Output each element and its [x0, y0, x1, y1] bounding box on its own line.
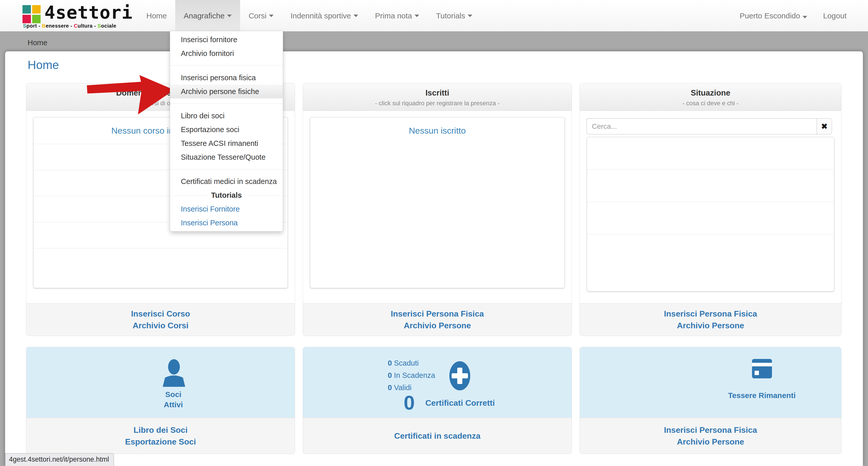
clear-search-button[interactable]: ✖	[817, 118, 832, 134]
menu-divider	[170, 65, 283, 66]
menu-item-tutorial-inserisci-fornitore[interactable]: Inserisci Fornitore	[170, 202, 283, 216]
tagline-c: C	[74, 23, 78, 29]
archivio-corsi-link[interactable]: Archivio Corsi	[132, 320, 188, 331]
inserisci-persona-fisica-link[interactable]: Inserisci Persona Fisica	[664, 424, 757, 436]
main-nav: Home Anagrafiche Corsi Indennità sportiv…	[138, 0, 481, 31]
esportazione-soci-link[interactable]: Esportazione Soci	[125, 436, 196, 447]
soci-label-line2: Attivi	[39, 400, 308, 410]
card-icon	[752, 359, 772, 378]
archivio-persone-link[interactable]: Archivio Persone	[677, 320, 744, 331]
panel-situazione-body: ✖	[580, 111, 841, 303]
breadcrumb-bar: Home	[0, 31, 868, 51]
archivio-persone-link[interactable]: Archivio Persone	[404, 320, 471, 331]
certificati-corretti-label: Certificati Corretti	[418, 398, 502, 408]
panel-situazione-heading: Situazione - cosa ci deve e chi -	[580, 83, 841, 111]
stat-in-scadenza-label: In Scadenza	[392, 371, 435, 379]
panel-tessere-footer: Inserisci Persona Fisica Archivio Person…	[580, 418, 841, 454]
nav-anagrafiche-label: Anagrafiche	[184, 11, 224, 20]
soci-attivi-label: Soci Attivi	[39, 390, 308, 410]
panel-iscritti-footer: Inserisci Persona Fisica Archivio Person…	[303, 303, 572, 336]
situazione-empty-row	[587, 202, 834, 235]
logo-squares-icon	[23, 5, 41, 24]
panel-certificati[interactable]: 0 Scaduti 0 In Scadenza 0 Validi 0 Certi…	[303, 347, 572, 454]
tessere-rimanenti-label: Tessere Rimanenti	[631, 391, 868, 400]
nav-item-prima-nota[interactable]: Prima nota	[367, 0, 428, 31]
panel-iscritti-body: Nessun iscritto	[303, 111, 572, 303]
situazione-empty-row	[587, 137, 834, 169]
search-input[interactable]	[587, 118, 817, 134]
panel-situazione-footer: Inserisci Persona Fisica Archivio Person…	[580, 303, 841, 336]
panel-tessere[interactable]: Tessere Rimanenti Inserisci Persona Fisi…	[580, 347, 841, 454]
certificati-in-scadenza-link[interactable]: Certificati in scadenza	[394, 430, 480, 442]
nav-item-tutorials[interactable]: Tutorials	[428, 0, 481, 31]
panel-soci-footer: Libro dei Soci Esportazione Soci	[26, 418, 295, 454]
top-navbar: 4settori Sport - Benessere - Cultura - S…	[0, 0, 868, 31]
status-url-tooltip: 4gest.4settori.net/it/persone.html	[5, 453, 114, 466]
chevron-down-icon	[414, 14, 419, 17]
panel-iscritti-heading: Iscritti - click sul riquadro per regist…	[303, 83, 572, 111]
iscritti-list-box[interactable]: Nessun iscritto	[310, 117, 565, 288]
nav-home-label: Home	[146, 11, 167, 20]
situazione-list-box[interactable]	[587, 137, 834, 291]
tagline-cultura: ultura -	[78, 23, 98, 29]
tagline-b: B	[42, 23, 46, 29]
menu-divider	[170, 169, 283, 169]
menu-item-esportazione-soci[interactable]: Esportazione soci	[170, 123, 283, 136]
tagline-s2: S	[98, 23, 101, 29]
tagline-benessere: enessere -	[46, 23, 74, 29]
plus-circle-icon	[449, 361, 470, 391]
panel-soci-attivi[interactable]: Soci Attivi Libro dei Soci Esportazione …	[26, 347, 295, 454]
panel-iscritti-title: Iscritti	[303, 88, 572, 98]
navbar-right: Puerto Escondido Logout	[740, 0, 846, 31]
menu-item-situazione-tessere-quote[interactable]: Situazione Tessere/Quote	[170, 150, 283, 164]
chevron-down-icon	[269, 14, 274, 17]
logo-square-green	[32, 15, 41, 23]
menu-item-archivio-persone-fisiche[interactable]: Archivio persone fisiche	[170, 85, 283, 98]
anagrafiche-dropdown-menu: Inserisci fornitore Archivio fornitori I…	[170, 31, 283, 231]
menu-item-tessere-acsi-rimanenti[interactable]: Tessere ACSI rimanenti	[170, 136, 283, 150]
stat-in-scadenza-value: 0	[388, 371, 392, 379]
nav-item-corsi[interactable]: Corsi	[240, 0, 282, 31]
nav-item-indennita-sportive[interactable]: Indennità sportive	[282, 0, 367, 31]
person-icon	[161, 359, 187, 387]
tagline-s: S	[23, 23, 27, 29]
nav-indennita-label: Indennità sportive	[290, 11, 351, 20]
menu-divider	[170, 103, 283, 104]
menu-item-archivio-fornitori[interactable]: Archivio fornitori	[170, 46, 283, 60]
stat-scaduti: 0 Scaduti	[388, 357, 435, 369]
inserisci-persona-fisica-link[interactable]: Inserisci Persona Fisica	[391, 308, 484, 320]
stat-scaduti-label: Scaduti	[392, 359, 419, 367]
logo-square-yellow	[32, 5, 41, 13]
logo-square-teal	[23, 5, 31, 13]
menu-header-tutorials: Tutorials	[170, 188, 283, 202]
chevron-down-icon	[353, 14, 358, 17]
menu-item-inserisci-persona-fisica[interactable]: Inserisci persona fisica	[170, 71, 283, 85]
iscritti-empty-message: Nessun iscritto	[310, 117, 564, 144]
panel-situazione-subtitle: - cosa ci deve e chi -	[580, 100, 841, 107]
logout-link[interactable]: Logout	[823, 11, 846, 20]
nav-item-home[interactable]: Home	[138, 0, 175, 31]
archivio-persone-link[interactable]: Archivio Persone	[677, 436, 744, 447]
situazione-empty-row	[587, 169, 834, 202]
libro-dei-soci-link[interactable]: Libro dei Soci	[133, 424, 188, 436]
menu-item-libro-dei-soci[interactable]: Libro dei soci	[170, 109, 283, 123]
breadcrumb[interactable]: Home	[28, 38, 47, 47]
user-menu[interactable]: Puerto Escondido	[740, 11, 807, 20]
nav-tutorials-label: Tutorials	[436, 11, 465, 20]
inserisci-persona-fisica-link[interactable]: Inserisci Persona Fisica	[664, 308, 757, 320]
clear-icon: ✖	[821, 122, 827, 131]
menu-item-inserisci-fornitore[interactable]: Inserisci fornitore	[170, 33, 283, 46]
inserisci-corso-link[interactable]: Inserisci Corso	[131, 308, 190, 320]
panel-iscritti-subtitle: - click sul riquadro per registrare la p…	[303, 100, 572, 107]
nav-item-anagrafiche[interactable]: Anagrafiche	[175, 0, 240, 31]
chevron-down-icon	[803, 16, 807, 19]
page-title: Home	[28, 58, 59, 72]
brand-tagline: Sport - Benessere - Cultura - Sociale	[23, 23, 116, 29]
stat-validi-label: Validi	[392, 383, 411, 392]
menu-item-certificati-medici-in-scadenza[interactable]: Certificati medici in scadenza	[170, 175, 283, 188]
panel-corsi-footer: Inserisci Corso Archivio Corsi	[26, 303, 295, 336]
tutorials-header-label: Tutorials	[211, 191, 242, 199]
user-name-label: Puerto Escondido	[740, 11, 800, 20]
brand-title: 4settori	[44, 2, 132, 23]
menu-item-tutorial-inserisci-persona[interactable]: Inserisci Persona	[170, 216, 283, 230]
